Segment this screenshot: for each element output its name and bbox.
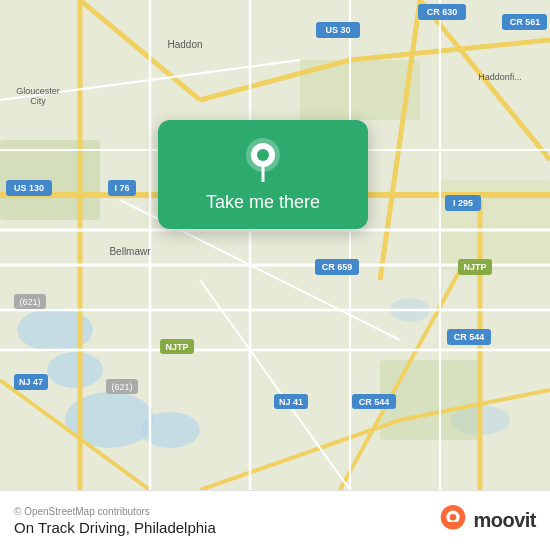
- svg-text:CR 561: CR 561: [510, 17, 541, 27]
- svg-text:CR 544: CR 544: [454, 332, 485, 342]
- svg-point-72: [257, 149, 269, 161]
- svg-text:City: City: [30, 96, 46, 106]
- moovit-logo: moovit: [439, 504, 536, 538]
- popup-card[interactable]: Take me there: [158, 120, 368, 229]
- moovit-text: moovit: [473, 509, 536, 532]
- moovit-pin-icon: [439, 504, 467, 538]
- take-me-there-button[interactable]: Take me there: [206, 192, 320, 213]
- bottom-bar: © OpenStreetMap contributors On Track Dr…: [0, 490, 550, 550]
- svg-text:Haddonfi...: Haddonfi...: [478, 72, 522, 82]
- map-background: CR 630 CR 561 US 30 Haddon Haddonfi... G…: [0, 0, 550, 490]
- svg-text:NJTP: NJTP: [463, 262, 486, 272]
- svg-text:Bellmawr: Bellmawr: [109, 246, 151, 257]
- svg-text:US 30: US 30: [325, 25, 350, 35]
- svg-text:(621): (621): [111, 382, 132, 392]
- svg-point-2: [47, 352, 103, 388]
- svg-text:NJ 41: NJ 41: [279, 397, 303, 407]
- location-pin-icon: [241, 138, 285, 182]
- svg-text:NJTP: NJTP: [165, 342, 188, 352]
- svg-text:(621): (621): [19, 297, 40, 307]
- svg-text:US 130: US 130: [14, 183, 44, 193]
- svg-text:CR 544: CR 544: [359, 397, 390, 407]
- svg-text:CR 659: CR 659: [322, 262, 353, 272]
- svg-text:NJ 47: NJ 47: [19, 377, 43, 387]
- svg-text:Gloucester: Gloucester: [16, 86, 60, 96]
- attribution: © OpenStreetMap contributors: [14, 506, 216, 517]
- svg-text:CR 630: CR 630: [427, 7, 458, 17]
- svg-point-76: [450, 513, 457, 520]
- place-name: On Track Driving, Philadelphia: [14, 519, 216, 536]
- svg-text:I 295: I 295: [453, 198, 473, 208]
- svg-text:I 76: I 76: [114, 183, 129, 193]
- svg-text:Haddon: Haddon: [167, 39, 202, 50]
- place-info: © OpenStreetMap contributors On Track Dr…: [14, 506, 216, 536]
- map-container: CR 630 CR 561 US 30 Haddon Haddonfi... G…: [0, 0, 550, 490]
